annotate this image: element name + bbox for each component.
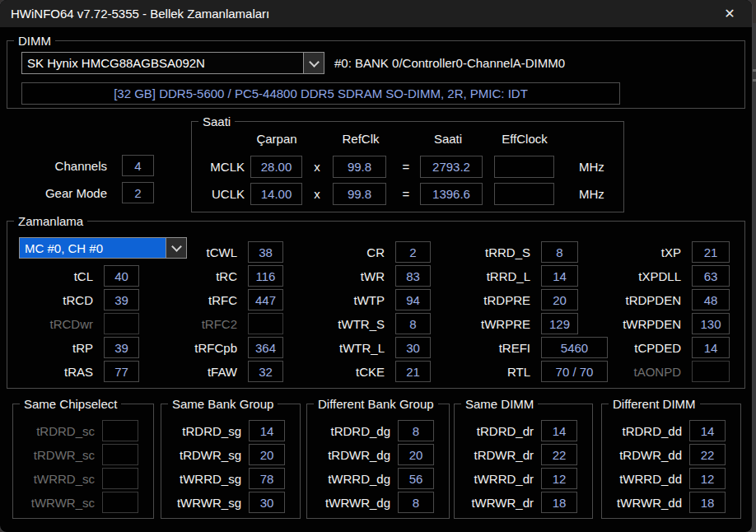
close-button[interactable]: ✕ — [712, 0, 747, 27]
timing-label: tWRWR_dd — [607, 496, 682, 510]
dimm-selector-dropdown-button[interactable] — [303, 53, 324, 73]
group-body: tRDRD_dg 8 tRDWR_dg 20 tWRRD_dg 56 tWRWR… — [307, 404, 449, 516]
uclk-unit: MHz — [579, 183, 604, 205]
timing-row: tRDWR_sg 20 — [166, 444, 285, 465]
timing-row: tRC 116 — [159, 265, 283, 287]
timings-group: Zamanlama MC #0, CH #0 tCL 40 tRCD 39 — [7, 221, 745, 389]
timing-label: tWRRD_sc — [18, 472, 95, 486]
different-dimm-group: Different DIMM tRDRD_dd 14 tRDWR_dd 22 t… — [601, 404, 741, 519]
timing-value: 21 — [395, 361, 431, 382]
timing-label: tRDRD_dd — [607, 424, 682, 438]
timing-row: tREFI 5460 — [452, 337, 608, 358]
same-bank-group-group: Same Bank Group tRDRD_sg 14 tRDWR_sg 20 … — [161, 404, 301, 519]
mclk-unit: MHz — [579, 156, 604, 178]
timing-label: tRP — [15, 341, 93, 355]
channels-value: 4 — [122, 155, 154, 176]
timing-label: tFAW — [159, 365, 237, 379]
timing-label: tRDRD_dr — [460, 424, 534, 438]
timing-value: 12 — [689, 468, 726, 489]
timing-row: tWRWR_dg 8 — [312, 492, 434, 513]
timings-column-2: tCWL 38 tRC 116 tRFC 447 tRFC2 tRFCpb — [159, 241, 283, 385]
timing-label: tRC — [159, 269, 237, 283]
timing-label: tRCD — [15, 293, 93, 307]
timing-value: 70 / 70 — [541, 361, 608, 382]
timing-label: tCL — [15, 269, 93, 283]
timing-value: 94 — [395, 289, 431, 310]
timing-label: tRDWR_dd — [607, 448, 682, 462]
timing-label: tRCDwr — [15, 317, 93, 331]
timing-value: 447 — [248, 289, 283, 310]
timing-label: tRDWR_sc — [18, 448, 95, 462]
effclock-header: EffClock — [502, 132, 548, 146]
mclk-row: MCLK 28.00 x 99.8 = 2793.2 MHz — [192, 156, 623, 178]
timing-row: tRFC 447 — [159, 289, 283, 310]
timing-row: tFAW 32 — [159, 361, 283, 382]
timing-row: tRCDwr — [15, 313, 139, 334]
timing-label: tRRD_S — [452, 245, 530, 259]
timing-value: 8 — [541, 241, 578, 263]
dimm-group-label: DIMM — [14, 34, 55, 48]
timing-value: 18 — [541, 492, 577, 513]
timing-row: tWRRD_sg 78 — [166, 468, 285, 489]
timing-value: 32 — [248, 361, 283, 382]
clocks-group-label: Saati — [198, 114, 235, 128]
timing-label: tRFCpb — [159, 341, 237, 355]
timing-row: tRCD 39 — [15, 289, 139, 310]
same-dimm-group: Same DIMM tRDRD_dr 14 tRDWR_dr 22 tWRRD_… — [454, 404, 593, 519]
timing-row: CR 2 — [306, 241, 431, 263]
clock-header: Saati — [434, 132, 462, 146]
window-title: HWiNFO64 v7.72-5355 - Bellek Zamanlamala… — [11, 0, 269, 27]
timing-value: 83 — [395, 265, 431, 287]
timing-value: 38 — [248, 241, 283, 263]
gear-mode-value: 2 — [122, 182, 154, 203]
uclk-multiplier: 14.00 — [250, 183, 302, 205]
timing-value: 20 — [541, 289, 578, 310]
timing-row: tRP 39 — [15, 337, 139, 358]
timing-row: tRDRD_sg 14 — [166, 420, 285, 441]
timing-value — [102, 492, 138, 513]
mclk-effclock — [494, 156, 554, 178]
timing-label: tWRWR_dr — [460, 496, 534, 510]
timing-value: 14 — [541, 420, 577, 441]
timing-row: tAONPD — [603, 361, 730, 382]
timing-row: tRAS 77 — [15, 361, 139, 382]
multiplier-header: Çarpan — [256, 132, 296, 146]
timing-row: tCKE 21 — [306, 361, 431, 382]
timing-row: tWRWR_sc — [18, 492, 138, 513]
timing-label: tWRRD_sg — [166, 472, 241, 486]
timing-value: 20 — [249, 444, 285, 465]
timing-value: 12 — [541, 468, 577, 489]
dimm-selector[interactable]: SK Hynix HMCG88AGBSA092N — [21, 52, 324, 74]
timing-row: tWRPDEN 130 — [603, 313, 730, 334]
timing-row: tRDWR_dg 20 — [312, 444, 434, 465]
timing-label: tCWL — [159, 245, 237, 259]
timing-value: 56 — [398, 468, 434, 489]
timing-row: tCPDED 14 — [603, 337, 730, 358]
timings-channel-selector-value: MC #0, CH #0 — [20, 238, 166, 258]
uclk-refclk: 99.8 — [333, 183, 386, 205]
timing-row: tWTR_S 8 — [306, 313, 431, 334]
timing-value — [104, 313, 139, 334]
timing-row: tWRWR_sg 30 — [166, 492, 285, 513]
timing-row: tWRWR_dd 18 — [607, 492, 726, 513]
timing-value: 40 — [104, 265, 139, 287]
timing-row: tCL 40 — [15, 265, 139, 287]
timing-value: 20 — [398, 444, 434, 465]
timing-row: tRDPRE 20 — [452, 289, 608, 310]
dimm-group: DIMM SK Hynix HMCG88AGBSA092N #0: BANK 0… — [7, 40, 745, 109]
timing-label: tWRWR_dg — [312, 496, 390, 510]
clocks-group: Saati Çarpan RefClk Saati EffClock MCLK … — [191, 121, 624, 212]
timing-value: 364 — [248, 337, 283, 358]
timing-row: tWRRD_dg 56 — [312, 468, 434, 489]
timing-row: tRDRD_dd 14 — [607, 420, 726, 441]
timing-row: tRDRD_sc — [18, 420, 138, 441]
timing-label: RTL — [452, 365, 530, 379]
timing-row: tRRD_L 14 — [452, 265, 608, 287]
dimm-module-info: [32 GB] DDR5-5600 / PC5-44800 DDR5 SDRAM… — [21, 82, 620, 105]
title-bar: HWiNFO64 v7.72-5355 - Bellek Zamanlamala… — [0, 0, 752, 27]
group-body: tRDRD_sc tRDWR_sc tWRRD_sc tWRWR_sc — [13, 404, 153, 516]
same-chipselect-group: Same Chipselect tRDRD_sc tRDWR_sc tWRRD_… — [12, 404, 154, 519]
timing-value: 63 — [692, 265, 730, 287]
timing-value: 116 — [248, 265, 283, 287]
uclk-effclock — [494, 183, 554, 205]
